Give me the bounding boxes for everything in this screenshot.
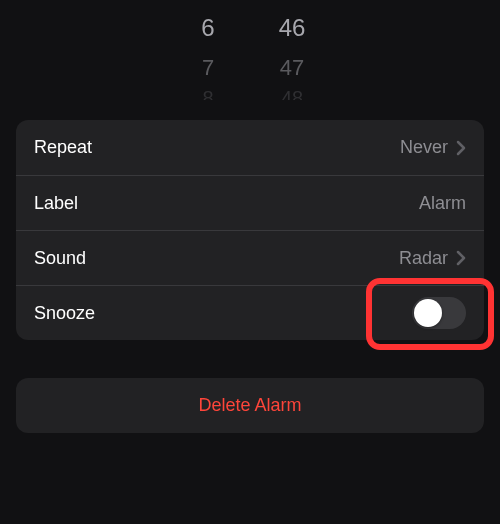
- repeat-value: Never: [400, 137, 448, 158]
- chevron-right-icon: [456, 250, 466, 266]
- snooze-toggle[interactable]: [412, 297, 466, 329]
- alarm-settings-group: Repeat Never Label Alarm Sound Radar Sno…: [16, 120, 484, 340]
- time-picker[interactable]: 6 46 7 47 8 48: [0, 0, 500, 100]
- snooze-row: Snooze: [16, 285, 484, 340]
- delete-alarm-button[interactable]: Delete Alarm: [16, 378, 484, 433]
- label-value: Alarm: [419, 193, 466, 214]
- delete-alarm-label: Delete Alarm: [198, 395, 301, 416]
- label-row[interactable]: Label Alarm: [16, 175, 484, 230]
- repeat-row[interactable]: Repeat Never: [16, 120, 484, 175]
- sound-value: Radar: [399, 248, 448, 269]
- chevron-right-icon: [456, 140, 466, 156]
- picker-hour: 7: [190, 55, 226, 81]
- picker-minute: 46: [274, 14, 310, 42]
- sound-label: Sound: [34, 248, 86, 269]
- picker-hour: 8: [190, 87, 226, 101]
- repeat-label: Repeat: [34, 137, 92, 158]
- label-label: Label: [34, 193, 78, 214]
- snooze-label: Snooze: [34, 303, 95, 324]
- picker-minute: 47: [274, 55, 310, 81]
- toggle-knob: [414, 299, 442, 327]
- picker-hour: 6: [190, 14, 226, 42]
- picker-minute: 48: [274, 87, 310, 101]
- sound-row[interactable]: Sound Radar: [16, 230, 484, 285]
